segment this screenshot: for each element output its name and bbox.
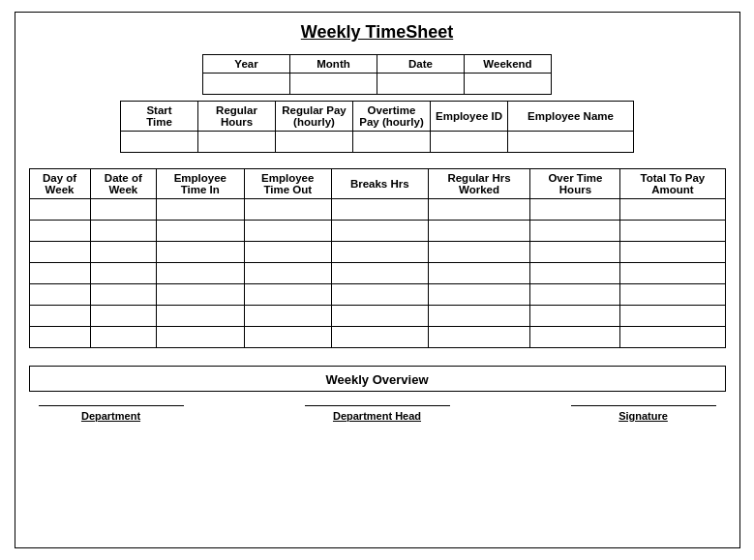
table-row: [29, 221, 725, 242]
start-time-header: StartTime: [121, 102, 198, 132]
weekly-overview-section: Weekly Overview: [29, 366, 726, 392]
table-row: [29, 306, 725, 327]
date-value[interactable]: [377, 74, 465, 95]
employee-time-in-header: EmployeeTime In: [157, 169, 244, 199]
department-head-label: Department Head: [333, 410, 421, 422]
weekend-header: Weekend: [465, 55, 552, 74]
department-sig: Department: [39, 405, 184, 422]
pay-info-table: StartTime RegularHours Regular Pay(hourl…: [120, 101, 634, 153]
year-value[interactable]: [203, 74, 290, 95]
department-head-sig: Department Head: [305, 405, 450, 422]
signature-sig: Signature: [571, 405, 716, 422]
table-row: [29, 199, 725, 221]
day-of-week-header: Day ofWeek: [29, 169, 90, 199]
breaks-hrs-header: Breaks Hrs: [331, 169, 428, 199]
total-to-pay-header: Total To PayAmount: [620, 169, 725, 199]
page-title: Weekly TimeSheet: [29, 22, 726, 43]
overtime-pay-value[interactable]: [353, 132, 431, 153]
over-time-hours-header: Over TimeHours: [530, 169, 620, 199]
year-header: Year: [203, 55, 290, 74]
employee-time-out-header: EmployeeTime Out: [244, 169, 331, 199]
department-label: Department: [81, 410, 140, 422]
department-head-line: [305, 405, 450, 406]
timesheet-page: Weekly TimeSheet Year Month Date Weekend…: [15, 12, 740, 548]
regular-pay-value[interactable]: [276, 132, 353, 153]
regular-pay-header: Regular Pay(hourly): [276, 102, 353, 132]
start-time-value[interactable]: [121, 132, 198, 153]
table-row: [29, 263, 725, 284]
employee-name-value[interactable]: [508, 132, 634, 153]
table-row: [29, 284, 725, 306]
top-info-section: Year Month Date Weekend: [29, 54, 726, 95]
table-row: [29, 327, 725, 348]
regular-hours-value[interactable]: [198, 132, 276, 153]
date-of-week-header: Date ofWeek: [90, 169, 157, 199]
employee-id-header: Employee ID: [431, 102, 508, 132]
employee-id-value[interactable]: [431, 132, 508, 153]
top-info-table: Year Month Date Weekend: [202, 54, 552, 95]
weekend-value[interactable]: [465, 74, 552, 95]
employee-name-header: Employee Name: [508, 102, 634, 132]
signature-line: [571, 405, 716, 406]
table-row: [29, 242, 725, 263]
signature-label: Signature: [618, 410, 668, 422]
main-table: Day ofWeek Date ofWeek EmployeeTime In E…: [29, 168, 726, 348]
pay-info-section: StartTime RegularHours Regular Pay(hourl…: [29, 101, 726, 153]
weekly-overview-label: Weekly Overview: [326, 372, 429, 387]
overtime-pay-header: OvertimePay (hourly): [353, 102, 431, 132]
regular-hrs-worked-header: Regular HrsWorked: [428, 169, 530, 199]
regular-hours-header: RegularHours: [198, 102, 276, 132]
department-line: [39, 405, 184, 406]
date-header: Date: [377, 55, 465, 74]
month-header: Month: [290, 55, 377, 74]
signatures-section: Department Department Head Signature: [29, 405, 726, 422]
month-value[interactable]: [290, 74, 377, 95]
